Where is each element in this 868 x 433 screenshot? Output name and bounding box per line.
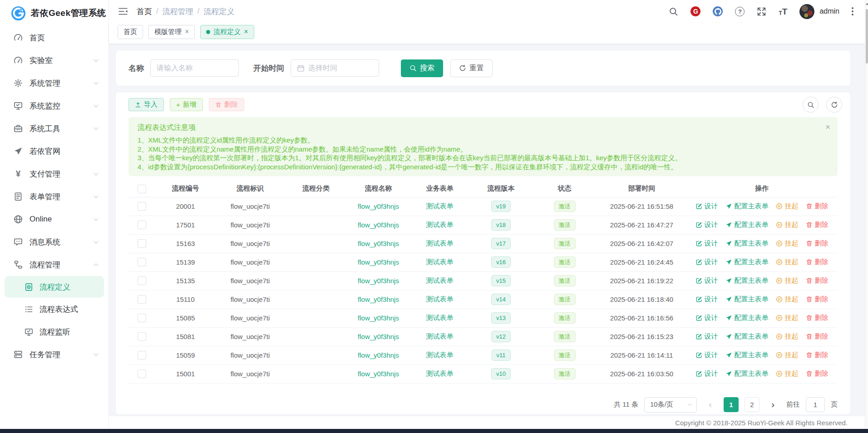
prev-page-button[interactable]: ‹ [703,397,718,412]
page-button-1[interactable]: 1 [724,397,739,412]
sidebar-subitem-process-expression[interactable]: 流程表达式 [0,298,108,320]
config-main-form-action[interactable]: 配置主表单 [725,221,769,229]
name-input[interactable] [157,64,232,72]
suspend-action[interactable]: 挂起 [776,221,799,229]
row-checkbox[interactable] [138,369,146,378]
suspend-action[interactable]: 挂起 [776,276,799,285]
sidebar-item-payment[interactable]: ¥ 支付管理 [0,162,108,185]
delete-button[interactable]: 删除 [209,98,244,111]
scroll-up-arrow[interactable] [865,3,868,5]
import-button[interactable]: 导入 [128,98,164,111]
business-form-link[interactable]: 测试表单 [426,202,454,210]
breadcrumb-process-management[interactable]: 流程管理 [163,6,193,17]
github-icon[interactable] [713,6,723,16]
row-checkbox[interactable] [138,202,146,211]
delete-action[interactable]: 删除 [806,276,829,285]
process-name-link[interactable]: flow_y0f3hnjs [358,277,399,285]
avatar[interactable] [799,4,814,19]
business-form-link[interactable]: 测试表单 [426,239,454,247]
config-main-form-action[interactable]: 配置主表单 [725,258,769,266]
fullscreen-icon[interactable] [757,7,766,16]
design-action[interactable]: 设计 [695,276,718,285]
process-name-link[interactable]: flow_y0f3hnjs [358,370,399,378]
sidebar-item-home[interactable]: 首页 [0,26,108,49]
suspend-action[interactable]: 挂起 [776,295,799,304]
sidebar-item-forms[interactable]: 表单管理 [0,185,108,208]
add-button[interactable]: + 新增 [170,98,203,111]
row-checkbox[interactable] [138,314,146,322]
design-action[interactable]: 设计 [695,239,718,248]
business-form-link[interactable]: 测试表单 [426,314,454,321]
show-search-button[interactable] [803,97,819,113]
tab-template-management[interactable]: 模版管理 × [148,25,195,39]
design-action[interactable]: 设计 [695,221,718,229]
sidebar-item-tasks[interactable]: 任务管理 [0,343,108,366]
tab-home[interactable]: 首页 [118,25,143,39]
search-icon[interactable] [669,7,678,16]
business-form-link[interactable]: 测试表单 [426,332,454,340]
process-name-link[interactable]: flow_y0f3hnjs [358,221,399,229]
reset-button[interactable]: 重置 [450,59,493,77]
sidebar-item-messages[interactable]: 消息系统 [0,231,108,253]
sidebar-item-official-site[interactable]: 若依官网 [0,140,108,162]
sidebar-item-system[interactable]: 系统管理 [0,72,108,94]
suspend-action[interactable]: 挂起 [776,314,799,322]
process-name-link[interactable]: flow_y0f3hnjs [358,258,399,266]
next-page-button[interactable]: › [765,397,780,412]
username[interactable]: admin [819,7,839,15]
search-button[interactable]: 搜索 [401,59,443,77]
delete-action[interactable]: 删除 [806,295,829,304]
business-form-link[interactable]: 测试表单 [426,369,454,377]
start-time-input[interactable] [308,64,373,72]
design-action[interactable]: 设计 [695,369,718,378]
config-main-form-action[interactable]: 配置主表单 [725,295,769,304]
sidebar-toggle-icon[interactable] [118,7,128,16]
process-name-link[interactable]: flow_y0f3hnjs [358,240,399,247]
config-main-form-action[interactable]: 配置主表单 [725,239,769,248]
sidebar-item-monitor[interactable]: 系统监控 [0,94,108,117]
sidebar-item-lab[interactable]: 实验室 [0,49,108,72]
row-checkbox[interactable] [138,332,146,341]
design-action[interactable]: 设计 [695,314,718,322]
design-action[interactable]: 设计 [695,295,718,304]
process-name-link[interactable]: flow_y0f3hnjs [358,314,399,322]
business-form-link[interactable]: 测试表单 [426,351,454,359]
close-icon[interactable]: × [825,123,830,131]
gitee-icon[interactable]: G [690,6,700,16]
row-checkbox[interactable] [138,276,146,285]
delete-action[interactable]: 删除 [806,314,829,322]
row-checkbox[interactable] [138,295,146,304]
process-name-link[interactable]: flow_y0f3hnjs [358,295,399,303]
process-name-link[interactable]: flow_y0f3hnjs [358,202,399,210]
scrollbar-thumb[interactable] [866,9,868,64]
config-main-form-action[interactable]: 配置主表单 [725,332,769,341]
delete-action[interactable]: 删除 [806,202,829,211]
suspend-action[interactable]: 挂起 [776,258,799,266]
close-icon[interactable]: × [185,28,189,35]
process-name-link[interactable]: flow_y0f3hnjs [358,333,399,340]
suspend-action[interactable]: 挂起 [776,369,799,378]
sidebar-item-process[interactable]: 流程管理 [0,253,108,276]
page-size-select[interactable]: 10条/页 [644,397,697,413]
sidebar-subitem-process-listener[interactable]: 流程监听 [0,320,108,343]
font-size-icon[interactable]: TT [779,7,787,16]
design-action[interactable]: 设计 [695,258,718,266]
help-icon[interactable]: ? [735,7,745,16]
row-checkbox[interactable] [138,258,146,266]
delete-action[interactable]: 删除 [806,258,829,266]
config-main-form-action[interactable]: 配置主表单 [725,369,769,378]
sidebar-subitem-process-definition[interactable]: 流程定义 [5,276,104,298]
business-form-link[interactable]: 测试表单 [426,295,454,303]
process-name-link[interactable]: flow_y0f3hnjs [358,351,399,359]
config-main-form-action[interactable]: 配置主表单 [725,314,769,322]
breadcrumb-home[interactable]: 首页 [137,6,152,17]
business-form-link[interactable]: 测试表单 [426,221,454,228]
page-button-2[interactable]: 2 [745,397,760,412]
sidebar-item-online[interactable]: Online [0,208,108,231]
row-checkbox[interactable] [138,239,146,248]
design-action[interactable]: 设计 [695,351,718,359]
suspend-action[interactable]: 挂起 [776,332,799,341]
design-action[interactable]: 设计 [695,332,718,341]
suspend-action[interactable]: 挂起 [776,239,799,248]
row-checkbox[interactable] [138,351,146,359]
